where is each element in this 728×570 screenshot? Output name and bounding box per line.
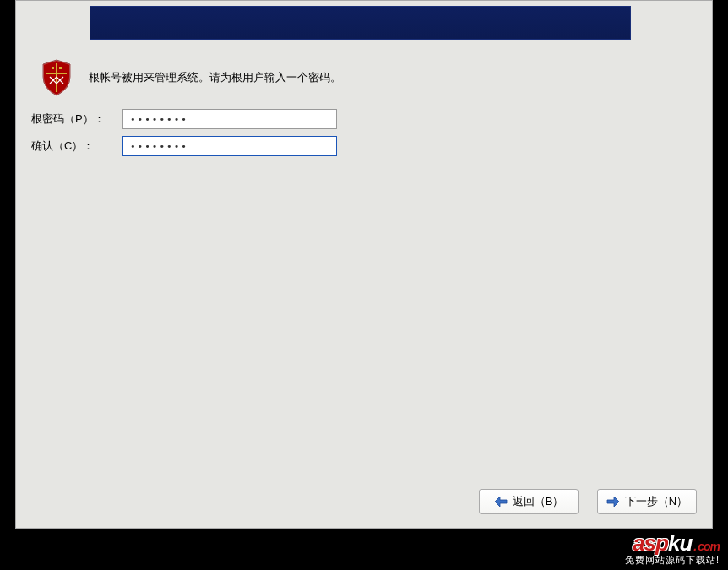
watermark-com: com	[698, 540, 720, 553]
watermark: aspku.com 免费网站源码下载站!	[625, 532, 720, 565]
watermark-ku: ku	[668, 530, 692, 556]
confirm-label: 确认（C）：	[31, 138, 122, 154]
confirm-row: 确认（C）：	[31, 136, 337, 156]
next-button-label: 下一步（N）	[625, 494, 687, 509]
svg-rect-1	[59, 67, 62, 69]
info-row: 根帐号被用来管理系统。请为根用户输入一个密码。	[40, 58, 341, 97]
back-button[interactable]: 返回（B）	[479, 489, 579, 514]
password-input[interactable]	[122, 109, 337, 129]
shield-icon	[40, 58, 73, 97]
back-button-label: 返回（B）	[513, 494, 564, 509]
watermark-logo: aspku.com	[625, 532, 720, 554]
watermark-subtitle: 免费网站源码下载站!	[625, 556, 720, 565]
installer-window: 根帐号被用来管理系统。请为根用户输入一个密码。 根密码（P）： 确认（C）： 返…	[15, 0, 713, 529]
header-bar	[90, 6, 631, 40]
next-button[interactable]: 下一步（N）	[597, 489, 697, 514]
confirm-input[interactable]	[122, 136, 337, 156]
password-label: 根密码（P）：	[31, 111, 122, 127]
password-row: 根密码（P）：	[31, 109, 337, 129]
watermark-dot: .	[693, 540, 696, 553]
arrow-right-icon	[606, 496, 620, 508]
svg-rect-0	[52, 67, 54, 69]
info-text: 根帐号被用来管理系统。请为根用户输入一个密码。	[89, 70, 341, 85]
password-form: 根密码（P）： 确认（C）：	[31, 109, 337, 163]
button-bar: 返回（B） 下一步（N）	[479, 489, 697, 514]
watermark-asp: asp	[633, 530, 668, 556]
arrow-left-icon	[494, 496, 508, 508]
